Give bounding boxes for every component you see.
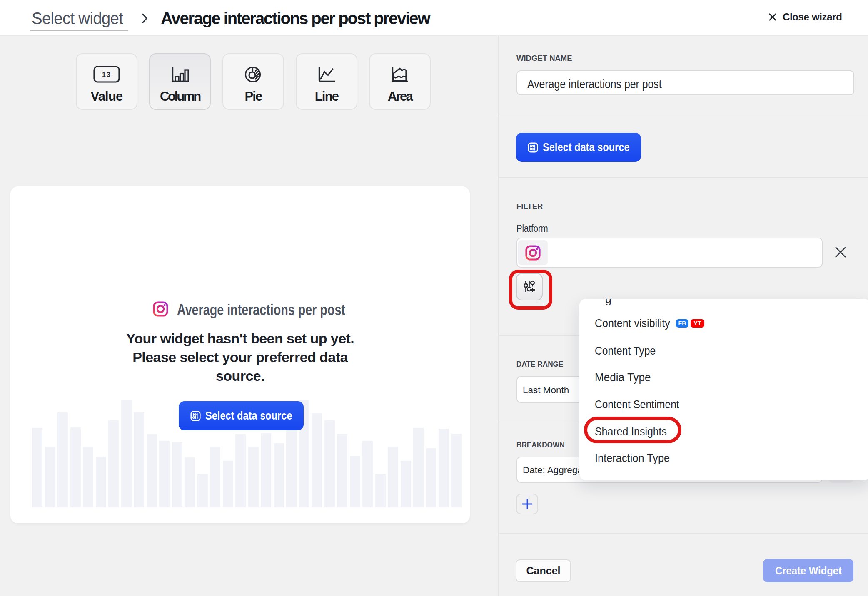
svg-text:13: 13 bbox=[102, 71, 111, 78]
